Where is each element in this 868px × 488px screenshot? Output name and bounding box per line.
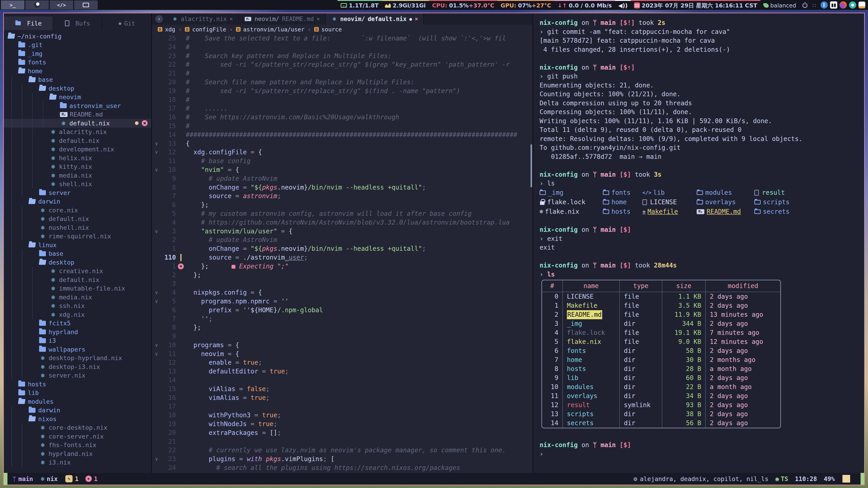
- lsp-names: alejandra, deadnix, copilot, nil_ls: [640, 475, 769, 482]
- tree-item[interactable]: ❄nushell.nix: [4, 223, 151, 232]
- tree-item[interactable]: ❄immutable-file.nix: [4, 284, 151, 293]
- tree-item[interactable]: server: [4, 188, 151, 197]
- tree-item[interactable]: desktop: [4, 84, 151, 93]
- input-method-icon[interactable]: ▮▮: [830, 1, 837, 8]
- tree-item[interactable]: hyprland: [4, 328, 151, 336]
- tree-item[interactable]: base: [4, 250, 151, 258]
- workspace-code-button[interactable]: </>: [50, 0, 73, 9]
- close-icon[interactable]: ×: [230, 16, 233, 22]
- tree-item[interactable]: neovim: [4, 93, 151, 102]
- ls-entry[interactable]: modules: [697, 188, 754, 197]
- power-button[interactable]: [799, 0, 811, 10]
- tree-item[interactable]: ❄helix.nix: [4, 154, 151, 162]
- tree-item[interactable]: ❄default.nix✖: [4, 119, 151, 128]
- tree-item[interactable]: ❄shell.nix: [4, 180, 151, 189]
- tree-item[interactable]: linux: [4, 240, 151, 250]
- tree-item[interactable]: fonts: [4, 58, 151, 67]
- ls-entry[interactable]: scripts: [754, 198, 864, 207]
- editor-tab-README.md[interactable]: M↓neovim/README.md×: [239, 13, 326, 25]
- tree-item[interactable]: ❄media.nix: [4, 293, 151, 302]
- ls-entry[interactable]: ❄flake.nix: [539, 207, 603, 216]
- ls-entry[interactable]: fonts: [603, 188, 643, 197]
- tree-item[interactable]: ~/nix-config: [4, 32, 151, 41]
- tree-item[interactable]: ❄fhs-fonts.nix: [4, 441, 151, 450]
- breadcrumb-item[interactable]: source: [314, 26, 342, 33]
- tree-item[interactable]: ❄default.nix: [4, 136, 151, 145]
- ls-entry[interactable]: M↓README.md: [697, 207, 754, 216]
- tree-item[interactable]: ❄desktop-hyprland.nix: [4, 354, 151, 363]
- ls-entry[interactable]: overlays: [697, 198, 754, 207]
- sidebar-tab-file[interactable]: File: [4, 17, 53, 30]
- tree-item[interactable]: ❄kitty.nix: [4, 162, 151, 171]
- tree-item[interactable]: base: [4, 75, 151, 84]
- close-icon[interactable]: ×: [415, 16, 418, 22]
- power-icon: [802, 3, 807, 8]
- tree-item[interactable]: ❄rime-squirrel.nix: [4, 232, 151, 241]
- code-line: 2 };: [152, 271, 532, 280]
- tree-item[interactable]: ❄creative.nix: [4, 267, 151, 275]
- power-profile[interactable]: balanced: [761, 0, 799, 10]
- terminal-pane[interactable]: nix-config on ᛘ main [$!] took 2s› git c…: [533, 13, 864, 473]
- tree-item[interactable]: ❄ssh.nix: [4, 302, 151, 311]
- tree-item[interactable]: ❄alacritty.nix: [4, 128, 151, 136]
- breadcrumb-item[interactable]: configFile: [185, 26, 226, 33]
- sidebar-tab-bufs[interactable]: Bufs: [53, 17, 102, 30]
- ls-entry[interactable]: home: [603, 198, 643, 207]
- tree-item[interactable]: _img: [4, 49, 151, 58]
- tree-item[interactable]: ❄core-server.nix: [4, 432, 151, 441]
- tree-item[interactable]: ❄hyprland.nix: [4, 449, 151, 458]
- ls-entry[interactable]: result: [754, 188, 864, 197]
- tree-item[interactable]: i3: [4, 336, 151, 345]
- tree-item[interactable]: fcitx5: [4, 319, 151, 328]
- close-icon[interactable]: ×: [316, 16, 320, 22]
- ls-entry[interactable]: hosts: [603, 207, 643, 216]
- tree-item[interactable]: ❄default.nix: [4, 215, 151, 223]
- bluetooth-icon[interactable]: ᛒ: [820, 1, 828, 8]
- nix-icon: ❄: [50, 285, 57, 292]
- tree-item[interactable]: lib: [4, 389, 151, 397]
- tree-item[interactable]: .git: [4, 41, 151, 50]
- breadcrumb-item[interactable]: xdg: [158, 26, 175, 33]
- editor-tab-default.nix[interactable]: ❄neovim/default.nix●×: [326, 13, 424, 25]
- tree-item[interactable]: ❄server.nix: [4, 371, 151, 380]
- workspace-terminal-button[interactable]: >_: [1, 0, 24, 9]
- memory-value: 2.9Gi/31Gi: [393, 2, 426, 9]
- ls-entry[interactable]: _img: [539, 188, 603, 197]
- tree-item[interactable]: ❄core-desktop.nix: [4, 423, 151, 432]
- tree-item[interactable]: desktop: [4, 258, 151, 267]
- tree-item[interactable]: astronvim_user: [4, 101, 151, 110]
- tree-item[interactable]: home: [4, 67, 151, 75]
- editor-tab-alacritty.nix[interactable]: ❄alacritty.nix×: [166, 13, 239, 25]
- battery-icon[interactable]: [859, 2, 865, 8]
- tree-item[interactable]: ❄i3.nix: [4, 458, 151, 467]
- tree-item[interactable]: darwin: [4, 406, 151, 415]
- bufferline-back-button[interactable]: ‹: [152, 13, 166, 25]
- volume-control[interactable]: ◀)): [615, 0, 631, 10]
- tree-item[interactable]: nixos: [4, 415, 151, 423]
- tree-item[interactable]: ❄media.nix: [4, 171, 151, 180]
- tree-item[interactable]: ❄default.nix: [4, 275, 151, 284]
- workspace-display-button[interactable]: [74, 0, 98, 9]
- ls-entry[interactable]: </>lib: [643, 188, 697, 197]
- editor-scrollbar[interactable]: [530, 144, 532, 187]
- tree-item[interactable]: ❄core.nix: [4, 206, 151, 215]
- firefox-nightly-icon[interactable]: [839, 1, 847, 8]
- workspace-browser-button[interactable]: [25, 0, 49, 9]
- ls-entry[interactable]: LICENSE: [643, 198, 697, 207]
- ls-entry[interactable]: flake.lock: [539, 198, 603, 207]
- ls-entry[interactable]: secrets: [754, 207, 864, 216]
- tree-item[interactable]: darwin: [4, 197, 151, 206]
- ls-entry[interactable]: ◈Makefile: [643, 207, 697, 216]
- code-area[interactable]: 25# Save the selected text to a file: `:…: [152, 34, 532, 473]
- tree-item[interactable]: ❄development.nix: [4, 145, 151, 154]
- tree-item[interactable]: M↓README.md: [4, 110, 151, 119]
- speaker-icon: ◀)): [618, 2, 628, 9]
- tree-item[interactable]: ❄xdg.nix: [4, 310, 151, 319]
- app-tray-icon[interactable]: [849, 1, 856, 8]
- tree-item[interactable]: wallpapers: [4, 345, 151, 354]
- tree-item[interactable]: modules: [4, 397, 151, 406]
- sidebar-tab-git[interactable]: ◈Git: [102, 17, 151, 30]
- tree-item[interactable]: ❄desktop-i3.nix: [4, 362, 151, 371]
- breadcrumb-item[interactable]: astronvim/lua/user: [236, 26, 305, 33]
- tree-item[interactable]: hosts: [4, 380, 151, 389]
